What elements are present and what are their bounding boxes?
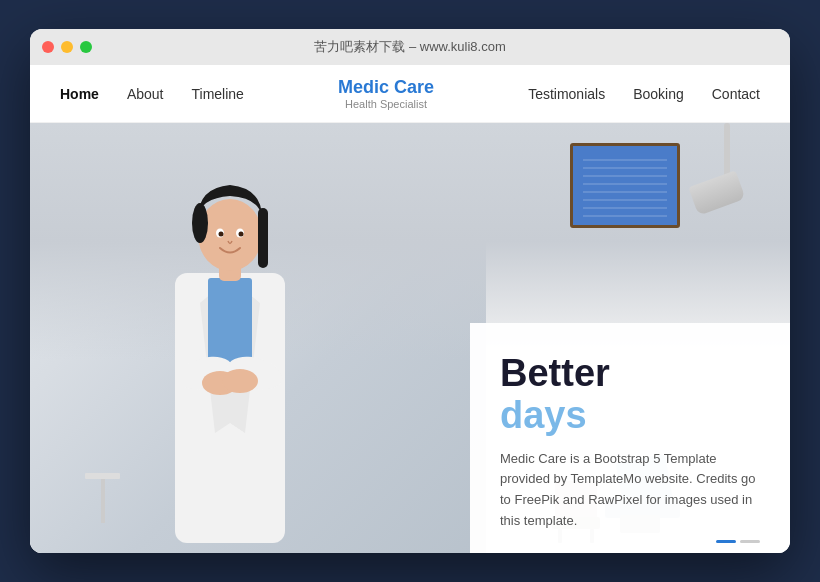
close-button[interactable]: [42, 41, 54, 53]
svg-point-14: [219, 232, 224, 237]
svg-rect-10: [258, 208, 268, 268]
about-link[interactable]: About: [127, 86, 164, 102]
scroll-dot-1[interactable]: [716, 540, 736, 543]
svg-point-15: [239, 232, 244, 237]
scroll-dot-2[interactable]: [740, 540, 760, 543]
titlebar: 苦力吧素材下载 – www.kuli8.com: [30, 29, 790, 65]
browser-window: 苦力吧素材下载 – www.kuli8.com Home About Timel…: [30, 29, 790, 553]
timeline-link[interactable]: Timeline: [192, 86, 244, 102]
home-link[interactable]: Home: [60, 86, 99, 102]
sidebar-item-booking[interactable]: Booking: [633, 85, 684, 103]
titlebar-text: 苦力吧素材下载 – www.kuli8.com: [314, 38, 505, 56]
contact-link[interactable]: Contact: [712, 86, 760, 102]
svg-point-9: [198, 199, 262, 271]
svg-point-7: [222, 369, 258, 393]
hero-description: Medic Care is a Bootstrap 5 Template pro…: [500, 449, 760, 532]
svg-point-11: [192, 203, 208, 243]
doctor-figure: [120, 163, 340, 553]
side-table: [85, 473, 120, 523]
brand-subtitle: Health Specialist: [338, 98, 434, 110]
sidebar-item-timeline[interactable]: Timeline: [192, 85, 244, 103]
navbar: Home About Timeline Medic Care Health Sp…: [30, 65, 790, 123]
light-head: [688, 170, 745, 215]
sidebar-item-contact[interactable]: Contact: [712, 85, 760, 103]
svg-rect-3: [208, 278, 252, 368]
brand-name: Medic Care: [338, 77, 434, 99]
testimonials-link[interactable]: Testimonials: [528, 86, 605, 102]
dental-light: [680, 123, 750, 233]
hero-section: Better days Medic Care is a Bootstrap 5 …: [30, 123, 790, 553]
scroll-indicator: [716, 540, 760, 543]
booking-link[interactable]: Booking: [633, 86, 684, 102]
table-leg: [101, 479, 105, 523]
sidebar-item-testimonials[interactable]: Testimonials: [528, 85, 605, 103]
hero-title-line1: Better: [500, 353, 760, 395]
nav-left: Home About Timeline: [60, 85, 244, 103]
sidebar-item-home[interactable]: Home: [60, 85, 99, 103]
wall-poster: [570, 143, 680, 228]
hero-title-line2: days: [500, 395, 760, 437]
traffic-lights: [42, 41, 92, 53]
content-panel: Better days Medic Care is a Bootstrap 5 …: [470, 323, 790, 553]
sidebar-item-about[interactable]: About: [127, 85, 164, 103]
maximize-button[interactable]: [80, 41, 92, 53]
nav-right: Testimonials Booking Contact: [528, 85, 760, 103]
brand-logo[interactable]: Medic Care Health Specialist: [338, 77, 434, 111]
minimize-button[interactable]: [61, 41, 73, 53]
